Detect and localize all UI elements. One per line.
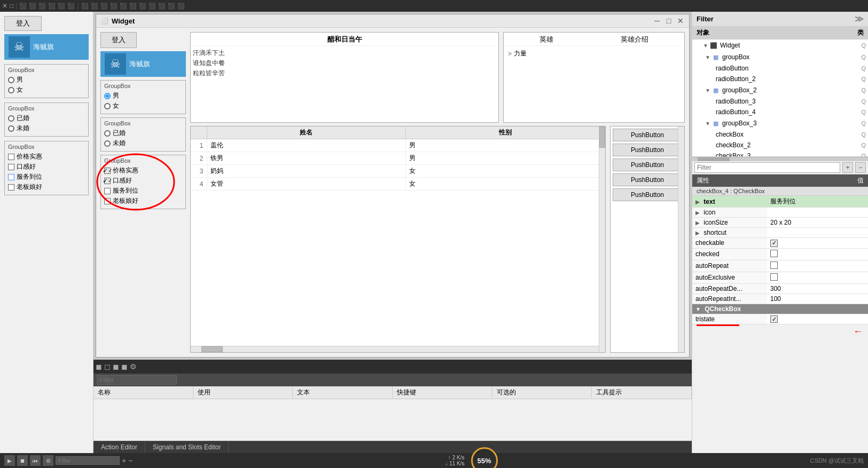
prop-value-checkable[interactable]: ✓ — [767, 238, 868, 249]
table-vscrollbar[interactable] — [599, 126, 605, 352]
widget-radio-female[interactable]: 女 — [104, 101, 182, 110]
widget-radio-single-circle[interactable] — [104, 140, 111, 147]
expand-icon[interactable]: ▼ — [705, 121, 711, 126]
tree-row-widget[interactable]: ▼ ⬛ Widget Q — [692, 40, 868, 51]
widget-checkbox-service[interactable]: 服务到位 — [104, 186, 182, 195]
table-row[interactable]: 2 铁男 男 — [191, 152, 605, 165]
toolbar-icon[interactable]: ⬛ — [38, 3, 46, 10]
checked-checkbox[interactable] — [770, 250, 778, 257]
status-minus-icon[interactable]: − — [128, 456, 132, 465]
toolbar-icon[interactable]: ⬛ — [48, 3, 56, 10]
widget-login-button[interactable]: 登入 — [100, 32, 137, 48]
widget-radio-female-circle[interactable] — [104, 103, 111, 109]
bottom-toolbar-icon[interactable]: ◼ — [121, 362, 128, 371]
toolbar-icon[interactable]: □ — [10, 2, 13, 10]
filter-add-button[interactable]: + — [842, 162, 853, 173]
push-button-1[interactable]: PushButton — [613, 129, 682, 141]
qcheckbox-collapse-icon[interactable]: ▼ — [695, 306, 701, 312]
prop-row-autorepeatde[interactable]: autoRepeatDe... 300 — [692, 283, 868, 294]
checkbox-taste-sq[interactable] — [8, 164, 14, 170]
table-row[interactable]: 1 盖伦 男 — [191, 139, 605, 152]
status-filter-input[interactable] — [56, 456, 120, 465]
tree-node-checkbox3[interactable]: checkBox_3 Q — [692, 150, 868, 157]
tree-row-radio3[interactable]: radioButton_3 Q — [692, 97, 868, 106]
checkbox-boss-sq[interactable] — [8, 184, 14, 191]
close-button[interactable]: ✕ — [676, 17, 685, 25]
widget-radio-married[interactable]: 已婚 — [104, 129, 182, 138]
status-gear-button[interactable]: ⚙ — [43, 455, 53, 466]
prop-value-autorepeat[interactable] — [767, 260, 868, 272]
checkbox-service-sq[interactable] — [8, 174, 14, 180]
left-login-button[interactable]: 登入 — [4, 16, 42, 31]
prop-row-tristate[interactable]: tristate ✓ — [692, 314, 868, 324]
left-checkbox-taste[interactable]: 口感好 — [8, 162, 85, 171]
tree-row-checkbox3[interactable]: checkBox_3 Q — [692, 151, 868, 157]
button-vscrollbar[interactable] — [678, 126, 684, 352]
toolbar-icon[interactable]: ⬛ — [168, 3, 175, 10]
status-play-button[interactable]: ▶ — [4, 455, 15, 466]
status-plus-icon[interactable]: + — [122, 456, 126, 465]
tree-row-groupbox2[interactable]: ▼ ▦ groupBox_2 Q — [692, 85, 868, 96]
expand-icon[interactable]: ▼ — [703, 43, 709, 49]
left-radio-female[interactable]: 女 — [8, 85, 85, 94]
hero-tree-item[interactable]: > 力量 — [506, 48, 682, 59]
tree-row-radio1[interactable]: radioButton Q — [692, 64, 868, 73]
widget-radio-married-circle[interactable] — [104, 130, 111, 137]
radio-single-circle[interactable] — [8, 125, 14, 132]
bottom-filter-input[interactable] — [97, 375, 177, 385]
prop-row-autoexclusive[interactable]: autoExclusive — [692, 272, 868, 283]
tree-row-radio2[interactable]: radioButton_2 Q — [692, 74, 868, 84]
left-radio-single[interactable]: 未婚 — [8, 124, 85, 133]
hscroll-thumb[interactable] — [698, 157, 730, 161]
toolbar-icon[interactable]: ⬛ — [81, 3, 89, 10]
table-header-gender[interactable]: 性别 — [406, 126, 605, 139]
left-checkbox-service[interactable]: 服务到位 — [8, 172, 85, 181]
toolbar-icon[interactable]: ⬛ — [100, 3, 108, 10]
table-vscrollbar-thumb[interactable] — [599, 126, 605, 148]
toolbar-icon[interactable]: ⬛ — [139, 3, 146, 10]
prop-value-autoexclusive[interactable] — [767, 272, 868, 283]
widget-checkbox-price[interactable]: ✓ 价格实惠 — [104, 166, 182, 175]
tree-node-widget[interactable]: ▼ ⬛ Widget Q — [692, 39, 868, 51]
radio-married-circle[interactable] — [8, 115, 14, 122]
tree-node-radio2[interactable]: radioButton_2 Q — [692, 74, 868, 84]
expand-icon[interactable]: ▼ — [705, 88, 711, 93]
tree-node-groupbox[interactable]: ▼ ▦ groupBox Q — [692, 51, 868, 63]
tree-row-radio4[interactable]: radioButton_4 Q — [692, 107, 868, 117]
toolbar-icon[interactable]: ⬛ — [158, 3, 166, 10]
toolbar-icon[interactable]: ⬛ — [29, 3, 36, 10]
widget-checkbox-price-sq[interactable]: ✓ — [104, 168, 111, 174]
prop-row-text[interactable]: ▶ text 服务到位 — [692, 196, 868, 208]
toolbar-icon[interactable]: ⬛ — [67, 3, 75, 10]
bottom-toolbar-icon[interactable]: ◼ — [96, 362, 102, 371]
toolbar-icon[interactable]: ⬛ — [129, 3, 137, 10]
tree-row-checkbox[interactable]: checkBox Q — [692, 130, 868, 139]
right-filter-input[interactable] — [694, 162, 840, 173]
right-panel-hscroll[interactable] — [692, 157, 868, 161]
push-button-4[interactable]: PushButton — [613, 173, 682, 186]
autorepeat-checkbox[interactable] — [770, 261, 778, 269]
prop-row-iconsize[interactable]: ▶ iconSize 20 x 20 — [692, 218, 868, 228]
widget-radio-single[interactable]: 未婚 — [104, 139, 182, 148]
tree-row-groupbox3[interactable]: ▼ ▦ groupBox_3 Q — [692, 118, 868, 129]
toolbar-icon[interactable]: ⬛ — [120, 3, 127, 10]
widget-checkbox-service-sq[interactable] — [104, 188, 111, 194]
table-hscrollbar-thumb[interactable] — [201, 346, 223, 352]
prop-value-tristate[interactable]: ✓ — [767, 314, 868, 324]
toolbar-icon[interactable]: ⬛ — [58, 3, 65, 10]
widget-radio-male[interactable]: 男 — [104, 91, 182, 100]
radio-male-circle[interactable] — [8, 77, 14, 83]
status-back-button[interactable]: ⏮ — [30, 455, 41, 466]
toolbar-icon[interactable]: ⬛ — [177, 3, 185, 10]
widget-checkbox-boss-sq[interactable] — [104, 198, 111, 204]
prop-row-autorepeat[interactable]: autoRepeat — [692, 260, 868, 272]
checkbox-price-sq[interactable] — [8, 154, 14, 160]
left-checkbox-price[interactable]: 价格实惠 — [8, 152, 85, 161]
widget-checkbox-boss[interactable]: 老板娘好 — [104, 196, 182, 205]
radio-female-circle[interactable] — [8, 87, 14, 93]
filter-remove-button[interactable]: − — [855, 162, 866, 173]
maximize-button[interactable]: □ — [664, 17, 673, 25]
prop-shortcut-expand[interactable]: ▶ — [695, 230, 700, 236]
bottom-toolbar-icon[interactable]: ◼ — [113, 362, 119, 371]
toolbar-icon[interactable]: ✕ — [2, 2, 7, 10]
